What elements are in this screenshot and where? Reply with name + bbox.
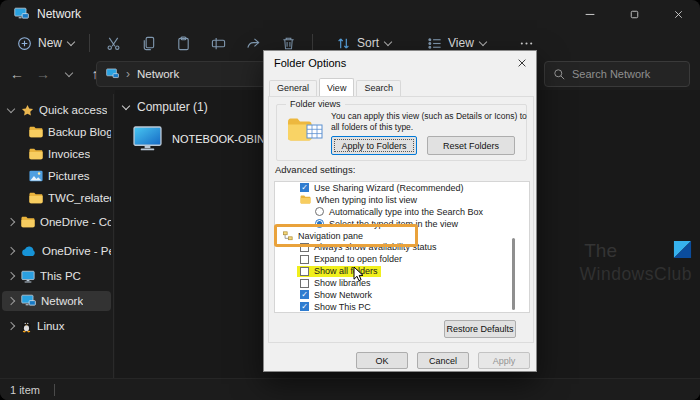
cut-icon: [106, 36, 121, 51]
advanced-item-content: ✓Show This PC: [297, 301, 374, 312]
restore-defaults-button[interactable]: Restore Defaults: [444, 320, 516, 338]
advanced-item-show-network[interactable]: ✓Show Network: [275, 289, 529, 301]
watermark-text: WindowsClub: [580, 264, 692, 285]
advanced-item-content: Expand to open folder: [297, 254, 405, 265]
ok-button[interactable]: OK: [356, 352, 408, 369]
rename-button[interactable]: [201, 31, 236, 55]
cancel-button[interactable]: Cancel: [417, 352, 469, 369]
list-scrollbar[interactable]: [512, 238, 515, 310]
checkbox-unchecked-icon[interactable]: [300, 255, 309, 264]
sidebar-item-label: Pictures: [48, 170, 90, 182]
sidebar-item-label: Backup Blog posts: [48, 126, 111, 138]
sidebar-item-label: TWC_related: [48, 192, 111, 204]
sidebar-item-this-pc[interactable]: This PC: [2, 266, 111, 286]
linux-icon: [21, 319, 32, 333]
reset-folders-button[interactable]: Reset Folders: [427, 136, 515, 155]
pc-icon: [21, 270, 35, 283]
forward-button[interactable]: →: [30, 61, 56, 87]
copy-button[interactable]: [131, 31, 166, 55]
advanced-item-show-this-pc[interactable]: ✓Show This PC: [275, 301, 529, 313]
advanced-item-content: When typing into list view: [297, 194, 420, 205]
chevron-down-icon[interactable]: [6, 109, 16, 112]
tab-view[interactable]: View: [319, 78, 354, 96]
watermark-text: The: [584, 240, 617, 262]
folder-options-dialog: Folder Options GeneralViewSearch Folder …: [263, 50, 537, 372]
sidebar-item-onedrive-personal[interactable]: OneDrive - Personal: [2, 241, 111, 261]
search-input[interactable]: [572, 68, 672, 80]
advanced-item-expand-to-open-folder[interactable]: Expand to open folder: [275, 253, 529, 265]
folder-icon: [29, 192, 43, 204]
back-button[interactable]: ←: [4, 61, 30, 87]
advanced-item-when-typing-into-list-view[interactable]: When typing into list view: [275, 194, 529, 206]
group-header-label: Computer (1): [137, 100, 208, 114]
tab-search[interactable]: Search: [356, 80, 401, 96]
search-box[interactable]: [544, 61, 690, 87]
checkbox-checked-icon[interactable]: ✓: [300, 302, 309, 311]
advanced-item-automatically-type-into-the-search-box[interactable]: Automatically type into the Search Box: [275, 206, 529, 218]
breadcrumb-item-network[interactable]: Network: [137, 68, 179, 80]
sidebar-item-linux[interactable]: Linux: [2, 316, 111, 336]
chevron-right-icon[interactable]: [6, 219, 16, 225]
advanced-item-always-show-availability-status[interactable]: Always show availability status: [275, 241, 529, 253]
new-button-label: New: [38, 36, 62, 50]
chevron-down-icon: [122, 101, 130, 109]
folder-icon: [21, 216, 35, 228]
checkbox-unchecked-icon[interactable]: [300, 243, 309, 252]
recent-locations-button[interactable]: [56, 61, 82, 87]
title-bar: Network: [0, 0, 700, 28]
chevron-glyph: [7, 272, 15, 280]
sidebar-item-label: Quick access: [39, 104, 107, 116]
checkbox-unchecked-icon[interactable]: [300, 279, 309, 288]
chevron-right-icon[interactable]: [6, 298, 16, 304]
close-button[interactable]: [656, 0, 700, 28]
view-list-icon: [427, 36, 442, 51]
folder-icon: [29, 148, 43, 160]
minimize-button[interactable]: [568, 0, 612, 28]
sidebar-item-pictures[interactable]: Pictures: [2, 166, 111, 186]
mouse-cursor-icon: [353, 266, 365, 283]
sidebar-item-label: OneDrive - Colantu: [40, 216, 111, 228]
advanced-item-use-sharing-wizard-recommended[interactable]: ✓Use Sharing Wizard (Recommended): [275, 182, 529, 194]
advanced-item-content: Automatically type into the Search Box: [312, 206, 486, 217]
sidebar-item-onedrive-colantu[interactable]: OneDrive - Colantu: [2, 212, 111, 232]
maximize-button[interactable]: [612, 0, 656, 28]
advanced-item-content: Select the typed item in the view: [312, 218, 461, 229]
checkbox-unchecked-icon[interactable]: [300, 267, 309, 276]
navigation-pane-icon: [283, 231, 293, 241]
sidebar-item-quick-access[interactable]: Quick access: [2, 100, 111, 120]
cut-button[interactable]: [96, 31, 131, 55]
ellipsis-icon: [519, 36, 534, 51]
chevron-right-icon[interactable]: [6, 248, 16, 254]
chevron-right-icon[interactable]: [6, 323, 16, 329]
sidebar-item-label: This PC: [40, 270, 81, 282]
paste-button[interactable]: [166, 31, 201, 55]
paste-icon: [176, 36, 191, 51]
advanced-item-label: Navigation pane: [298, 231, 363, 241]
delete-icon: [281, 36, 296, 51]
advanced-item-show-all-folders[interactable]: Show all folders: [275, 265, 529, 277]
status-bar: 1 item: [0, 378, 700, 400]
tab-general[interactable]: General: [269, 80, 317, 96]
advanced-item-content: ✓Use Sharing Wizard (Recommended): [297, 182, 467, 193]
maximize-icon: [628, 8, 641, 21]
new-button[interactable]: New: [8, 31, 83, 55]
sidebar-item-label: OneDrive - Personal: [42, 245, 111, 257]
dialog-close-button[interactable]: [513, 55, 531, 71]
chevron-right-icon[interactable]: [6, 273, 16, 279]
sidebar-item-twc-related[interactable]: TWC_related: [2, 188, 111, 208]
sidebar-item-network[interactable]: Network: [2, 291, 111, 311]
radio-unselected-icon[interactable]: [315, 207, 324, 216]
radio-selected-icon[interactable]: [315, 219, 324, 228]
checkbox-checked-icon[interactable]: ✓: [300, 183, 309, 192]
sidebar-item-backup-blog-posts[interactable]: Backup Blog posts: [2, 122, 111, 142]
advanced-item-select-the-typed-item-in-the-view[interactable]: Select the typed item in the view: [275, 218, 529, 230]
checkbox-checked-icon[interactable]: ✓: [300, 290, 309, 299]
view-button-label: View: [448, 36, 474, 50]
plus-icon: [17, 36, 32, 51]
advanced-item-show-libraries[interactable]: Show libraries: [275, 277, 529, 289]
chevron-down-icon: [65, 68, 73, 76]
advanced-item-navigation-pane[interactable]: Navigation pane: [275, 230, 529, 242]
sidebar-item-invoices[interactable]: Invoices: [2, 144, 111, 164]
apply-to-folders-button[interactable]: Apply to Folders: [331, 136, 417, 155]
advanced-item-content: ✓Show Network: [297, 289, 375, 300]
